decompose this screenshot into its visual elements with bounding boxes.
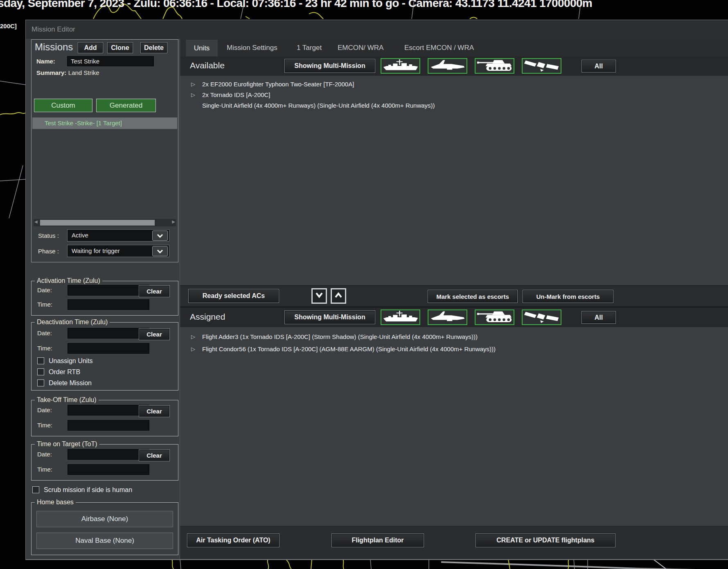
tot-date-input[interactable] [68, 449, 149, 460]
time-label: Time: [37, 422, 52, 429]
tank-icon [476, 59, 513, 73]
tank-icon [476, 310, 513, 325]
filter-aircraft-button[interactable] [428, 309, 467, 325]
assigned-title: Assigned [190, 312, 225, 322]
home-bases-title: Home bases [35, 499, 76, 506]
tab-escort-emcon-wra[interactable]: Escort EMCON / WRA [404, 44, 474, 52]
available-row[interactable]: ▷ 2x EF2000 Eurofighter Typhoon Two-Seat… [180, 79, 728, 90]
filter-ground-button[interactable] [475, 58, 514, 74]
expand-arrow-icon[interactable]: ▷ [191, 79, 195, 90]
date-label: Date: [37, 287, 52, 294]
filter-ground-button[interactable] [475, 309, 514, 325]
mission-list-hscrollbar[interactable]: ◀ ▶ [34, 219, 176, 226]
tab-units[interactable]: Units [186, 40, 218, 56]
assigned-row[interactable]: ▷ Flight Condor56 (1x Tornado IDS [A-200… [180, 343, 728, 355]
delete-mission-label: Delete Mission [49, 379, 92, 387]
time-on-target-title: Time on Target (ToT) [35, 440, 99, 448]
activation-date-input[interactable] [68, 285, 149, 296]
mission-summary-value: Land Strike [68, 69, 99, 76]
ship-icon [382, 59, 419, 73]
scroll-right-icon[interactable]: ▶ [172, 219, 175, 224]
available-row[interactable]: ▷ 2x Tornado IDS [A-200C] [180, 90, 728, 100]
mission-name-input[interactable] [67, 56, 154, 66]
filter-satellite-button[interactable] [522, 58, 561, 74]
expand-arrow-icon[interactable]: ▷ [191, 90, 195, 100]
delete-mission-button[interactable]: Delete [140, 42, 167, 53]
available-filter-button[interactable]: Showing Multi-Mission [284, 59, 375, 73]
time-on-target-group: Time on Target (ToT) Date: Clear Time: [31, 444, 178, 481]
scrub-mission-checkbox[interactable] [32, 486, 39, 493]
filter-satellite-button[interactable] [522, 309, 561, 325]
window-titlebar[interactable]: Mission Editor [26, 20, 728, 39]
tab-emcon-wra[interactable]: EMCON/ WRA [338, 44, 383, 52]
unmark-escorts-button[interactable]: Un-Mark from escorts [523, 290, 613, 303]
filter-ship-button[interactable] [381, 58, 420, 74]
takeoff-clear-button[interactable]: Clear [139, 405, 170, 417]
scrollbar-thumb[interactable] [40, 220, 155, 226]
available-title: Available [190, 61, 225, 70]
phase-dropdown[interactable]: Waiting for trigger [67, 245, 169, 257]
delete-mission-checkbox[interactable] [37, 379, 44, 386]
satellite-icon [523, 59, 560, 73]
clone-mission-button[interactable]: Clone [107, 42, 133, 53]
chevron-up-icon [334, 292, 343, 300]
air-tasking-order-button[interactable]: Air Tasking Order (ATO) [187, 533, 279, 547]
activation-time-title: Activation Time (Zulu) [35, 277, 102, 284]
mission-list: Test Strike -Strike- [1 Target] [32, 117, 177, 217]
screen: sday, September 7, 2023 - Zulu: 06:36:16… [0, 0, 728, 569]
filter-aircraft-button[interactable] [428, 58, 467, 74]
deactivation-date-input[interactable] [68, 328, 149, 339]
available-list: ▷ 2x EF2000 Eurofighter Typhoon Two-Seat… [180, 76, 728, 285]
available-header: Available Showing Multi-Mission [180, 56, 728, 76]
unassign-units-checkbox[interactable] [37, 357, 44, 364]
tab-target[interactable]: 1 Target [297, 44, 322, 52]
custom-missions-button[interactable]: Custom [34, 99, 92, 112]
status-value: Active [72, 232, 88, 239]
tab-mission-settings[interactable]: Mission Settings [227, 44, 277, 52]
units-toolbar: Ready selected ACs Mark selected as esco… [180, 285, 728, 307]
move-down-button[interactable] [311, 288, 327, 304]
tab-strip: Units Mission Settings 1 Target EMCON/ W… [180, 39, 728, 56]
unassign-units-label: Unassign Units [49, 357, 93, 365]
expand-arrow-icon[interactable]: ▷ [191, 331, 195, 343]
activation-clear-button[interactable]: Clear [139, 285, 170, 297]
move-up-button[interactable] [331, 288, 346, 304]
missions-header: Missions [35, 41, 73, 53]
chevron-down-icon[interactable] [152, 230, 168, 241]
activation-time-input[interactable] [68, 299, 149, 310]
mission-editor-window: Mission Editor Missions Add Clone Delete… [25, 20, 728, 560]
ready-selected-acs-button[interactable]: Ready selected ACs [188, 289, 279, 303]
add-mission-button[interactable]: Add [78, 42, 103, 53]
deactivation-clear-button[interactable]: Clear [139, 328, 170, 340]
chevron-down-icon[interactable] [152, 246, 168, 256]
order-rtb-checkbox[interactable] [37, 368, 44, 375]
ship-icon [382, 310, 419, 325]
airbase-button[interactable]: Airbase (None) [36, 511, 173, 527]
mission-units-panel: Units Mission Settings 1 Target EMCON/ W… [180, 39, 728, 559]
map-unit-label: 200C] [0, 23, 17, 29]
create-update-flightplans-button[interactable]: CREATE or UPDATE flightplans [476, 533, 615, 547]
tot-clear-button[interactable]: Clear [139, 449, 170, 461]
assigned-list: ▷ Flight Adder3 (1x Tornado IDS [A-200C]… [180, 327, 728, 526]
generated-missions-button[interactable]: Generated [96, 99, 156, 112]
takeoff-time-group: Take-Off Time (Zulu) Date: Clear Time: [31, 400, 178, 436]
assigned-all-button[interactable]: All [581, 311, 616, 324]
tot-time-input[interactable] [68, 464, 149, 475]
assigned-row[interactable]: ▷ Flight Adder3 (1x Tornado IDS [A-200C]… [180, 331, 728, 343]
expand-arrow-icon[interactable]: ▷ [191, 343, 195, 355]
naval-base-button[interactable]: Naval Base (None) [36, 533, 173, 549]
footer-bar: Air Tasking Order (ATO) Flightplan Edito… [180, 526, 728, 559]
deactivation-time-input[interactable] [68, 343, 149, 354]
available-all-button[interactable]: All [581, 60, 616, 72]
takeoff-date-input[interactable] [68, 405, 149, 415]
home-bases-group: Home bases Airbase (None) Naval Base (No… [31, 502, 178, 555]
scroll-left-icon[interactable]: ◀ [34, 219, 38, 224]
filter-ship-button[interactable] [381, 309, 420, 325]
mission-list-item-selected[interactable]: Test Strike -Strike- [1 Target] [32, 117, 177, 129]
assigned-filter-button[interactable]: Showing Multi-Mission [284, 310, 375, 324]
flightplan-editor-button[interactable]: Flightplan Editor [331, 533, 424, 547]
status-dropdown[interactable]: Active [67, 229, 169, 242]
takeoff-time-input[interactable] [68, 420, 149, 431]
mark-escorts-button[interactable]: Mark selected as escorts [428, 290, 518, 303]
available-row[interactable]: Single-Unit Airfield (4x 4000m+ Runways)… [180, 100, 728, 111]
